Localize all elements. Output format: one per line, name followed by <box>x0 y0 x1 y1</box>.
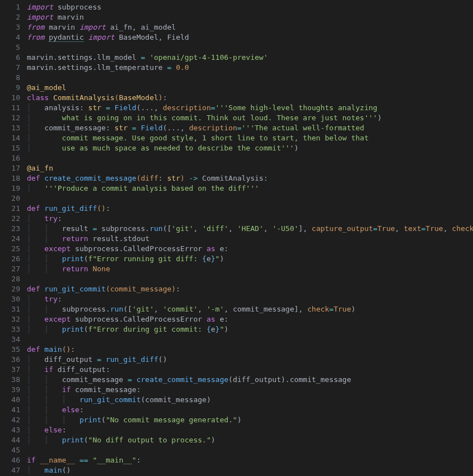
code-token: : <box>58 295 62 303</box>
code-line[interactable]: │ │ print("No diff output to process.") <box>27 435 473 445</box>
code-line[interactable]: │ │ print(f"Error running git diff: {e}"… <box>27 254 473 264</box>
code-token: "No commit message generated." <box>106 416 237 424</box>
code-line[interactable]: │ if diff_output: <box>27 365 473 375</box>
code-token: : <box>264 174 268 182</box>
code-line[interactable]: │ except subprocess.CalledProcessError a… <box>27 314 473 324</box>
code-token: 0.0 <box>176 63 189 72</box>
code-line[interactable] <box>27 43 473 53</box>
code-token: import <box>79 23 110 31</box>
code-line[interactable]: │ else: <box>27 425 473 435</box>
code-line[interactable] <box>27 274 473 284</box>
code-editor[interactable]: 1234567891011121314151617181920212223242… <box>0 0 473 475</box>
code-token: def <box>27 204 44 213</box>
code-token: main <box>44 345 62 354</box>
code-token: : <box>137 385 141 394</box>
line-number: 9 <box>0 83 20 93</box>
code-token: '-m' <box>207 305 224 313</box>
code-token: │ <box>27 144 44 152</box>
code-line[interactable]: │ │ subprocess.run(['git', 'commit', '-m… <box>27 304 473 314</box>
code-line[interactable] <box>27 445 473 455</box>
code-token: subprocess <box>75 315 119 323</box>
code-line[interactable]: @ai_fn <box>27 163 473 173</box>
code-token: main <box>44 466 62 474</box>
code-line[interactable]: def create_commit_message(diff: str) -> … <box>27 173 473 183</box>
line-number: 33 <box>0 324 20 334</box>
code-line[interactable] <box>27 153 473 163</box>
code-line[interactable]: │ │ │ print("No commit message generated… <box>27 415 473 425</box>
code-line[interactable]: def main(): <box>27 345 473 355</box>
code-token: CommitAnalysis <box>53 93 115 102</box>
code-line[interactable]: import marvin <box>27 12 473 22</box>
code-line[interactable]: │ commit message. Use good style, 1 shor… <box>27 133 473 143</box>
code-token: settings <box>58 53 93 62</box>
code-line[interactable]: from marvin import ai_fn, ai_model <box>27 22 473 32</box>
code-token: : <box>106 204 110 213</box>
code-token: , <box>298 305 307 313</box>
code-token: = <box>237 124 242 132</box>
code-line[interactable]: │ main() <box>27 465 473 475</box>
code-token: stdout <box>123 234 149 243</box>
code-token: def <box>27 285 44 293</box>
line-number: 6 <box>0 53 20 63</box>
code-line[interactable]: @ai_model <box>27 83 473 93</box>
code-token: : <box>158 174 167 182</box>
code-line[interactable]: │ │ if commit_message: <box>27 385 473 395</box>
code-line[interactable]: │ │ return None <box>27 264 473 274</box>
code-line[interactable]: │ │ commit_message = create_commit_messa… <box>27 375 473 385</box>
code-token: else <box>62 406 79 414</box>
code-token: print <box>62 325 84 333</box>
line-number: 44 <box>0 435 20 445</box>
code-line[interactable]: from pydantic import BaseModel, Field <box>27 32 473 43</box>
code-token: run <box>110 305 123 313</box>
code-line[interactable]: │ what is going on in this commit. Think… <box>27 113 473 123</box>
code-token: as <box>202 244 219 253</box>
code-line[interactable]: def run_git_commit(commit_message): <box>27 284 473 294</box>
code-line[interactable]: if __name__ == "__main__": <box>27 455 473 465</box>
code-token: '''The actual well-formatted <box>242 124 364 132</box>
code-line[interactable] <box>27 73 473 83</box>
code-token: { <box>207 325 211 333</box>
code-token: : <box>137 456 141 464</box>
code-token: except <box>44 315 75 323</box>
code-line[interactable]: │ except subprocess.CalledProcessError a… <box>27 244 473 254</box>
code-token: description <box>163 103 211 112</box>
code-line[interactable]: │ │ return result.stdout <box>27 234 473 244</box>
code-line[interactable] <box>27 194 473 204</box>
code-line[interactable]: │ │ │ run_git_commit(commit_message) <box>27 395 473 405</box>
code-line[interactable]: │ │ result = subprocess.run(['git', 'dif… <box>27 224 473 234</box>
code-token: ) <box>281 375 285 384</box>
line-number: 24 <box>0 234 20 244</box>
code-token: │ <box>27 214 44 223</box>
code-token: ( <box>228 375 233 384</box>
code-line[interactable]: │ use as much space as needed to describ… <box>27 143 473 153</box>
line-number: 43 <box>0 425 20 435</box>
code-line[interactable]: │ try: <box>27 214 473 224</box>
code-line[interactable]: │ │ else: <box>27 405 473 415</box>
code-line[interactable]: marvin.settings.llm_model = 'openai/gpt-… <box>27 53 473 63</box>
code-token: llm_temperature <box>97 63 162 72</box>
code-line[interactable]: marvin.settings.llm_temperature = 0.0 <box>27 63 473 73</box>
code-line[interactable]: │ analysis: str = Field(..., description… <box>27 103 473 113</box>
code-token: create_commit_message <box>44 174 136 182</box>
code-line[interactable]: def run_git_diff(): <box>27 204 473 214</box>
code-line[interactable]: class CommitAnalysis(BaseModel): <box>27 93 473 103</box>
code-token: marvin <box>27 53 53 62</box>
code-line[interactable]: │ │ print(f"Error during git commit: {e}… <box>27 324 473 334</box>
code-token: return <box>62 265 93 273</box>
line-number: 27 <box>0 264 20 274</box>
line-number: 20 <box>0 194 20 204</box>
code-token: , <box>154 305 163 313</box>
code-line[interactable]: import subprocess <box>27 2 473 12</box>
code-token: else <box>44 426 62 434</box>
code-line[interactable] <box>27 334 473 345</box>
code-line[interactable]: │ commit_message: str = Field(..., descr… <box>27 123 473 133</box>
code-line[interactable]: │ diff_output = run_git_diff() <box>27 355 473 365</box>
code-area[interactable]: import subprocessimport marvinfrom marvi… <box>27 2 473 475</box>
code-line[interactable]: │ try: <box>27 294 473 304</box>
code-token: diff_output <box>233 375 281 384</box>
code-line[interactable]: │ '''Produce a commit analysis based on … <box>27 183 473 194</box>
code-token: None <box>92 265 110 273</box>
code-token: ) <box>294 144 298 152</box>
code-token: 'HEAD' <box>237 224 264 233</box>
code-token: : <box>62 426 67 434</box>
